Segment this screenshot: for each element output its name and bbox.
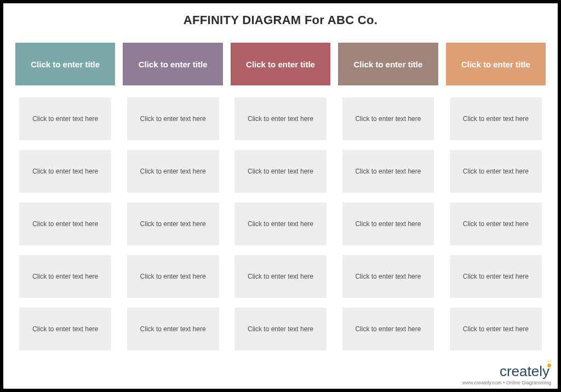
affinity-card[interactable]: Click to enter text here xyxy=(450,203,542,245)
column-header[interactable]: Click to enter title xyxy=(123,43,222,85)
affinity-card[interactable]: Click to enter text here xyxy=(127,203,219,245)
column-header[interactable]: Click to enter title xyxy=(446,43,546,85)
affinity-grid: Click to enter titleClick to enter text … xyxy=(14,43,547,360)
affinity-card[interactable]: Click to enter text here xyxy=(234,255,327,298)
affinity-card[interactable]: Click to enter text here xyxy=(127,150,219,193)
diagram-title[interactable]: AFFINITY DIAGRAM For ABC Co. xyxy=(14,13,547,27)
affinity-column: Click to enter titleClick to enter text … xyxy=(123,43,222,360)
affinity-column: Click to enter titleClick to enter text … xyxy=(231,43,330,360)
affinity-card[interactable]: Click to enter text here xyxy=(127,308,219,350)
lightbulb-icon xyxy=(547,364,551,367)
affinity-card[interactable]: Click to enter text here xyxy=(19,203,111,245)
logo-text: creately xyxy=(500,363,549,380)
affinity-card[interactable]: Click to enter text here xyxy=(127,255,219,298)
diagram-canvas: AFFINITY DIAGRAM For ABC Co. Click to en… xyxy=(3,3,558,389)
column-header[interactable]: Click to enter title xyxy=(231,43,330,85)
affinity-card[interactable]: Click to enter text here xyxy=(19,97,111,140)
affinity-card[interactable]: Click to enter text here xyxy=(342,308,434,350)
affinity-card[interactable]: Click to enter text here xyxy=(19,255,111,298)
affinity-card[interactable]: Click to enter text here xyxy=(234,97,327,140)
footer: creately www.creately.com • Online Diagr… xyxy=(462,363,551,385)
affinity-column: Click to enter titleClick to enter text … xyxy=(15,43,115,360)
column-header[interactable]: Click to enter title xyxy=(338,43,438,85)
affinity-card[interactable]: Click to enter text here xyxy=(450,150,542,193)
affinity-card[interactable]: Click to enter text here xyxy=(234,308,327,350)
affinity-card[interactable]: Click to enter text here xyxy=(342,203,434,245)
column-header[interactable]: Click to enter title xyxy=(15,43,115,85)
affinity-card[interactable]: Click to enter text here xyxy=(450,255,542,298)
affinity-column: Click to enter titleClick to enter text … xyxy=(338,43,438,360)
affinity-card[interactable]: Click to enter text here xyxy=(342,255,434,298)
creately-logo: creately xyxy=(500,363,551,380)
affinity-card[interactable]: Click to enter text here xyxy=(19,150,111,193)
affinity-card[interactable]: Click to enter text here xyxy=(342,97,434,140)
affinity-card[interactable]: Click to enter text here xyxy=(450,308,542,350)
affinity-card[interactable]: Click to enter text here xyxy=(450,97,542,140)
affinity-column: Click to enter titleClick to enter text … xyxy=(446,43,546,360)
affinity-card[interactable]: Click to enter text here xyxy=(127,97,219,140)
affinity-card[interactable]: Click to enter text here xyxy=(234,203,327,245)
affinity-card[interactable]: Click to enter text here xyxy=(19,308,111,350)
affinity-card[interactable]: Click to enter text here xyxy=(342,150,434,193)
footer-tagline: www.creately.com • Online Diagramming xyxy=(462,380,551,385)
affinity-card[interactable]: Click to enter text here xyxy=(234,150,327,193)
